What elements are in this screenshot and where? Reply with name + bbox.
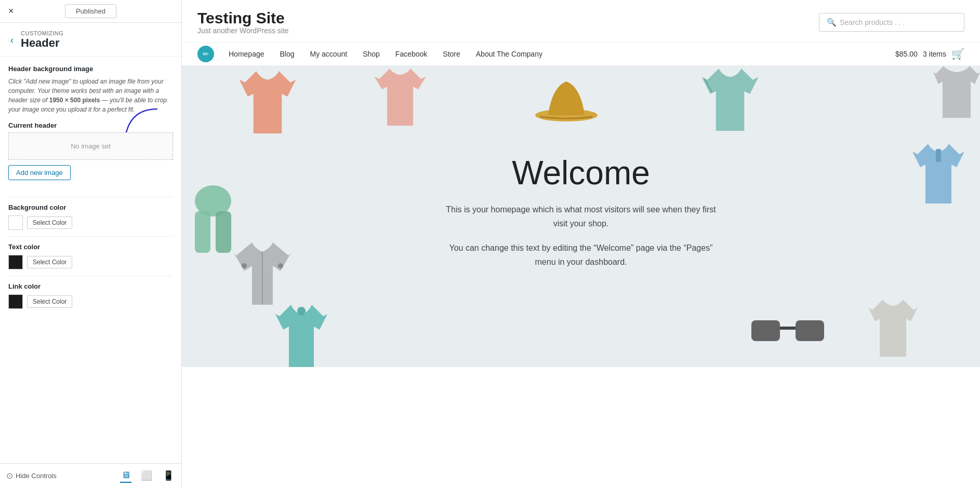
svg-point-6 — [242, 263, 247, 268]
search-placeholder: Search products . . . — [840, 18, 905, 26]
hoodie-teal — [275, 305, 327, 367]
svg-point-7 — [278, 263, 283, 268]
svg-rect-9 — [796, 320, 824, 341]
preview-inner: Testing Site Just another WordPress site… — [182, 0, 980, 488]
top-bar: × Published — [0, 0, 181, 23]
back-button[interactable]: ‹ — [8, 34, 16, 47]
preview-area: Testing Site Just another WordPress site… — [182, 0, 980, 488]
mobile-icon[interactable]: 📱 — [162, 469, 175, 483]
jacket-gray — [234, 242, 291, 305]
svg-rect-12 — [822, 326, 824, 328]
link-color-swatch[interactable] — [8, 294, 23, 309]
nav-shop[interactable]: Shop — [355, 43, 387, 65]
bg-color-select-button[interactable]: Select Color — [27, 216, 72, 229]
published-button[interactable]: Published — [65, 4, 116, 18]
cart-price: $85.00 — [895, 50, 918, 58]
item-gray-right — [933, 66, 980, 118]
svg-point-13 — [297, 307, 306, 315]
divider-2 — [8, 236, 173, 237]
bg-image-desc: Click "Add new image" to upload an image… — [8, 77, 173, 114]
nav-bar: ✏ Homepage Blog My account Shop Facebook… — [182, 43, 980, 66]
nav-myaccount[interactable]: My account — [303, 43, 355, 65]
bg-image-title: Header background image — [8, 65, 173, 73]
bg-color-title: Background color — [8, 204, 173, 211]
hat-yellow — [535, 76, 598, 128]
customizing-text: Customizing Header — [21, 30, 63, 50]
link-color-row: Select Color — [8, 294, 173, 309]
desktop-icon[interactable]: 🖥 — [120, 469, 131, 483]
customizing-header: ‹ Customizing Header — [0, 23, 181, 57]
hide-controls-label: Hide Controls — [16, 472, 57, 480]
shirt-bluepolo — [912, 144, 964, 204]
nav-links: Homepage Blog My account Shop Facebook S… — [221, 43, 892, 65]
search-box[interactable]: 🔍 Search products . . . — [819, 13, 964, 32]
svg-rect-10 — [780, 327, 796, 330]
shirt-white-gray — [868, 300, 918, 357]
cart-items: 3 items — [923, 50, 946, 58]
divider-1 — [8, 197, 173, 197]
bg-color-swatch[interactable] — [8, 215, 23, 230]
current-header-label: Current header — [8, 121, 173, 129]
welcome-desc-1: This is your homepage which is what most… — [446, 202, 716, 231]
sunglasses — [751, 310, 824, 346]
add-image-button[interactable]: Add new image — [8, 165, 71, 180]
search-icon: 🔍 — [827, 18, 837, 27]
text-color-title: Text color — [8, 243, 173, 251]
edit-button[interactable]: ✏ — [197, 46, 214, 62]
welcome-title: Welcome — [446, 154, 716, 192]
site-header: Testing Site Just another WordPress site… — [182, 0, 980, 43]
hero-text: Welcome This is your homepage which is w… — [446, 154, 716, 280]
nav-store[interactable]: Store — [435, 43, 467, 65]
divider-3 — [8, 276, 173, 276]
svg-rect-2 — [936, 149, 941, 162]
close-button[interactable]: × — [6, 4, 16, 19]
welcome-desc-2: You can change this text by editing the … — [446, 241, 716, 269]
text-color-row: Select Color — [8, 255, 173, 269]
site-title: Testing Site — [197, 9, 289, 26]
site-branding: Testing Site Just another WordPress site — [197, 9, 289, 35]
nav-blog[interactable]: Blog — [273, 43, 302, 65]
device-icons: 🖥 ⬜ 📱 — [120, 469, 175, 483]
tablet-icon[interactable]: ⬜ — [140, 469, 153, 483]
no-image-box: No image set — [8, 132, 173, 160]
svg-rect-5 — [216, 211, 231, 253]
shirt-tshirt — [374, 69, 426, 126]
site-tagline: Just another WordPress site — [197, 26, 289, 35]
text-color-swatch[interactable] — [8, 255, 23, 269]
nav-facebook[interactable]: Facebook — [388, 43, 434, 65]
svg-rect-8 — [751, 320, 780, 341]
link-color-select-button[interactable]: Select Color — [27, 295, 72, 308]
no-image-text: No image set — [71, 142, 111, 150]
svg-rect-4 — [195, 211, 210, 253]
bg-color-row: Select Color — [8, 215, 173, 230]
link-color-title: Link color — [8, 282, 173, 290]
bottom-bar: ⊙ Hide Controls 🖥 ⬜ 📱 — [0, 463, 181, 488]
nav-about[interactable]: About The Company — [469, 43, 550, 65]
customizer-panel: × Published ‹ Customizing Header Header … — [0, 0, 182, 488]
text-color-select-button[interactable]: Select Color — [27, 256, 72, 268]
hero-area: Welcome This is your homepage which is w… — [182, 66, 980, 367]
cart-info[interactable]: $85.00 3 items 🛒 — [895, 48, 964, 60]
nav-homepage[interactable]: Homepage — [221, 43, 272, 65]
shirt-bluegreen — [701, 69, 759, 131]
customizing-label: Customizing — [21, 30, 63, 36]
customizing-title: Header — [21, 36, 63, 50]
hide-controls-icon: ⊙ — [6, 471, 13, 481]
pants-green — [190, 185, 236, 253]
panel-content: Header background image Click "Add new i… — [0, 57, 181, 463]
hide-controls-button[interactable]: ⊙ Hide Controls — [6, 471, 57, 481]
shirt-pink — [239, 71, 296, 133]
cart-icon: 🛒 — [951, 48, 964, 60]
svg-rect-11 — [751, 326, 754, 328]
